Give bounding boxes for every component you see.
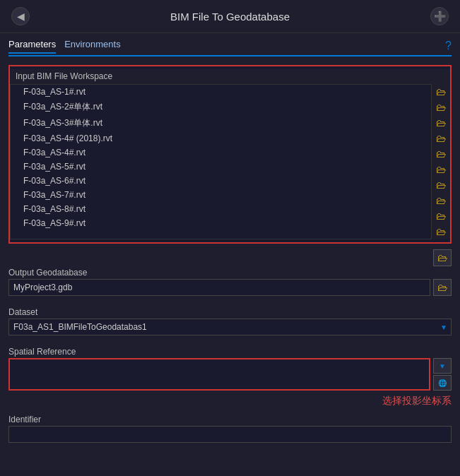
bim-workspace-section: Input BIM File Workspace F-03a_AS-1#.rvt… bbox=[8, 65, 452, 244]
tabs: Parameters Environments bbox=[8, 39, 121, 52]
dataset-row: ▼ bbox=[8, 319, 452, 335]
file-list-item[interactable]: F-03a_AS-7#.rvt bbox=[11, 188, 431, 202]
output-geodatabase-section: Output Geodatabase 🗁 bbox=[8, 268, 452, 300]
file-list-item[interactable]: F-03a_AS-4#.rvt bbox=[11, 145, 431, 160]
file-list-item[interactable]: F-03a_AS-4# (2018).rvt bbox=[11, 131, 431, 145]
file-folder-button-1[interactable]: 🗁 bbox=[432, 100, 450, 115]
spatial-reference-section: Spatial Reference ▼ 🌐 选择投影坐标系 bbox=[8, 347, 452, 407]
tab-environments[interactable]: Environments bbox=[64, 39, 120, 52]
output-geodatabase-folder-button[interactable]: 🗁 bbox=[433, 279, 452, 296]
bim-workspace-box: Input BIM File Workspace F-03a_AS-1#.rvt… bbox=[8, 65, 452, 244]
spatial-dropdown-button[interactable]: ▼ bbox=[433, 358, 452, 374]
file-folder-button-8[interactable]: 🗁 bbox=[432, 208, 450, 224]
spatial-buttons: ▼ 🌐 bbox=[433, 358, 452, 391]
main-window: ◀ BIM File To Geodatabase ➕ Parameters E… bbox=[0, 0, 460, 476]
back-icon: ◀ bbox=[17, 11, 25, 22]
file-folder-button-7[interactable]: 🗁 bbox=[432, 193, 450, 208]
file-folder-button-9[interactable]: 🗁 bbox=[432, 224, 450, 239]
file-list-item[interactable]: F-03a_AS-3#单体.rvt bbox=[11, 115, 431, 131]
file-folder-button-3[interactable]: 🗁 bbox=[432, 131, 450, 146]
file-list-item[interactable]: F-03a_AS-9#.rvt bbox=[11, 216, 431, 230]
title-bar: ◀ BIM File To Geodatabase ➕ bbox=[0, 0, 460, 33]
dataset-label: Dataset bbox=[8, 307, 452, 317]
file-list-item[interactable]: F-03a_AS-6#.rvt bbox=[11, 174, 431, 188]
spatial-reference-row: ▼ 🌐 bbox=[8, 358, 452, 391]
file-folder-button-6[interactable]: 🗁 bbox=[432, 177, 450, 193]
spatial-reference-label: Spatial Reference bbox=[8, 347, 452, 357]
spatial-reference-box[interactable] bbox=[8, 358, 430, 391]
dataset-input[interactable] bbox=[8, 319, 452, 335]
identifier-input[interactable] bbox=[8, 426, 452, 443]
file-list-item[interactable]: F-03a_AS-1#.rvt bbox=[11, 85, 431, 99]
file-list-item[interactable]: F-03a_AS-8#.rvt bbox=[11, 202, 431, 216]
window-title: BIM File To Geodatabase bbox=[30, 11, 430, 23]
file-list-area: F-03a_AS-1#.rvtF-03a_AS-2#单体.rvtF-03a_AS… bbox=[10, 84, 450, 239]
spatial-globe-icon: 🌐 bbox=[438, 379, 447, 387]
folder-icons-col: 🗁🗁🗁🗁🗁🗁🗁🗁🗁🗁 bbox=[432, 84, 450, 239]
help-icon[interactable]: ? bbox=[445, 40, 452, 52]
add-file-folder-button[interactable]: 🗁 bbox=[433, 249, 452, 266]
spatial-annotation: 选择投影坐标系 bbox=[8, 395, 452, 407]
spatial-dropdown-icon: ▼ bbox=[439, 362, 446, 370]
output-geodatabase-label: Output Geodatabase bbox=[8, 268, 452, 278]
file-folder-button-2[interactable]: 🗁 bbox=[432, 115, 450, 131]
identifier-label: Identifier bbox=[8, 415, 452, 424]
forward-button[interactable]: ➕ bbox=[430, 7, 449, 25]
dataset-section: Dataset ▼ bbox=[8, 307, 452, 340]
forward-icon: ➕ bbox=[434, 11, 446, 22]
tab-parameters[interactable]: Parameters bbox=[8, 39, 56, 54]
file-list-item[interactable]: F-03a_AS-2#单体.rvt bbox=[11, 99, 431, 115]
file-list-item[interactable]: F-03a_AS-5#.rvt bbox=[11, 160, 431, 174]
file-list: F-03a_AS-1#.rvtF-03a_AS-2#单体.rvtF-03a_AS… bbox=[10, 84, 432, 239]
file-folder-button-5[interactable]: 🗁 bbox=[432, 162, 450, 177]
bim-workspace-label: Input BIM File Workspace bbox=[10, 69, 450, 84]
content-area: Parameters Environments ? Input BIM File… bbox=[0, 33, 460, 476]
spatial-globe-button[interactable]: 🌐 bbox=[433, 375, 452, 391]
back-button[interactable]: ◀ bbox=[11, 7, 30, 25]
extra-folder-row: 🗁 bbox=[8, 249, 452, 266]
tabs-row: Parameters Environments ? bbox=[8, 33, 452, 56]
file-folder-button-0[interactable]: 🗁 bbox=[432, 84, 450, 100]
dataset-select-wrapper: ▼ bbox=[8, 319, 452, 335]
output-geodatabase-input[interactable] bbox=[8, 279, 430, 296]
file-folder-button-4[interactable]: 🗁 bbox=[432, 146, 450, 162]
identifier-section: Identifier bbox=[8, 415, 452, 443]
output-geodatabase-row: 🗁 bbox=[8, 279, 452, 296]
